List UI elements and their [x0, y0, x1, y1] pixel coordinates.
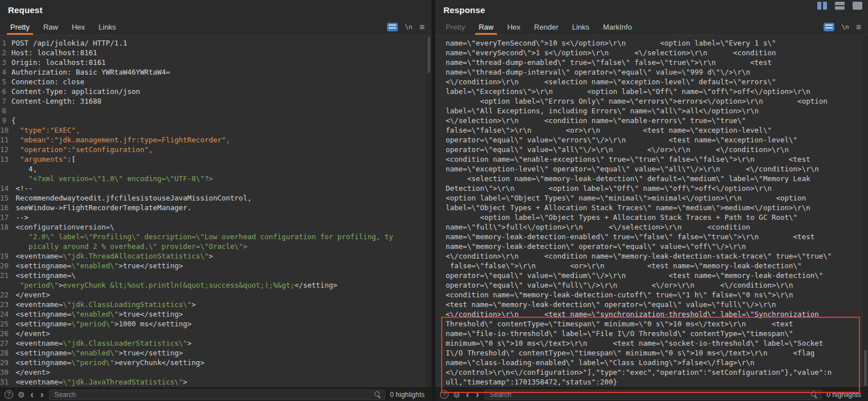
next-match-icon[interactable]: ›	[475, 390, 480, 399]
tab-pretty[interactable]: Pretty	[3, 19, 36, 35]
request-code-line: 19 <eventname=\"jdk.ThreadAllocationStat…	[0, 251, 431, 261]
request-search-input[interactable]	[49, 390, 385, 400]
response-code-line: operator=\"equal\" value=\"medium\"\/>\r…	[446, 271, 860, 280]
request-scrollbar-thumb[interactable]	[427, 36, 430, 73]
editor-menu-icon[interactable]: ≡	[856, 23, 861, 32]
help-icon[interactable]: ?	[5, 390, 13, 399]
search-settings-gear-icon[interactable]: ⚙	[18, 391, 25, 399]
request-code-line: 22 </event>	[0, 290, 431, 300]
response-code-line: label=\"Exceptions\">\r\n <option label=…	[446, 87, 860, 96]
response-code-line: <\/condition>\r\n <condition name=\"memo…	[446, 251, 860, 261]
help-icon[interactable]: ?	[440, 390, 449, 399]
response-code-line: <test name=\"memory-leak-detection\" ope…	[446, 300, 860, 309]
request-header: Request	[0, 0, 431, 19]
request-panel: Request PrettyRawHexLinks \n ≡ 1POST /ap…	[0, 0, 431, 401]
request-code-line: 28 <settingname=\"enabled\">true</settin…	[0, 348, 431, 358]
panel-splitter[interactable]	[431, 0, 435, 401]
previous-match-icon[interactable]: ‹	[30, 390, 35, 399]
request-code-line: 4Authorization: Basic YWRtaW46YWRtaW4=	[0, 67, 431, 77]
tab-pretty[interactable]: Pretty	[439, 19, 472, 35]
layout-single-icon[interactable]	[853, 2, 862, 10]
response-code-line: false=\"false\">\r\n <or>\r\n <test name…	[446, 125, 860, 135]
response-code-line: <option label=\"Object Types + Allocatio…	[446, 212, 860, 222]
request-code-line: 27 <eventname=\"jdk.ClassLoaderStatistic…	[0, 338, 431, 348]
response-code-line: name=\"file-io-threshold\" label=\"File …	[446, 329, 860, 338]
request-code-line: 18 <configurationversion=\	[0, 222, 431, 232]
response-code-line: <\/condition>\r\n <text name=\"synchroni…	[446, 309, 860, 319]
request-search-wrap	[49, 389, 385, 400]
request-code-line: 20 <settingname=\"enabled\">true</settin…	[0, 261, 431, 271]
response-scrollbar-thumb[interactable]	[864, 350, 867, 386]
request-code-line: 17 -->	[0, 212, 431, 222]
request-code-line: "2.0\" label=\"Profiling\" description=\…	[0, 232, 431, 242]
request-scrollbar[interactable]	[426, 35, 431, 387]
request-highlights-count: 0 highlights	[390, 391, 427, 399]
tab-links[interactable]: Links	[565, 19, 596, 35]
response-code-line: Threshold\" contentType=\"timespan\" min…	[446, 319, 860, 329]
word-wrap-icon[interactable]	[387, 23, 398, 31]
response-code-line: ull,"timestamp":1701358472,"status":200}	[446, 377, 860, 387]
request-title: Request	[8, 5, 423, 15]
next-match-icon[interactable]: ›	[39, 390, 44, 399]
repeater-view: Request PrettyRawHexLinks \n ≡ 1POST /ap…	[0, 0, 868, 401]
request-code-line: 26 </event>	[0, 329, 431, 338]
word-wrap-icon[interactable]	[824, 23, 834, 31]
request-code-line: 25 <settingname=\"period\">1000 ms</sett…	[0, 319, 431, 329]
request-code-line: 24 <settingname=\"enabled\">true</settin…	[0, 309, 431, 319]
request-editor[interactable]: 1POST /api/jolokia/ HTTP/1.12Host: local…	[0, 35, 431, 387]
request-code-line: 3Origin: localhost:8161	[0, 58, 431, 67]
response-code-line: name=\"class-loading-enabled\" label=\"C…	[446, 358, 860, 367]
response-header: Response	[435, 0, 868, 19]
tab-render[interactable]: Render	[527, 19, 565, 35]
request-code-line: 4,	[0, 164, 431, 174]
request-code-line: 2Host: localhost:8161	[0, 48, 431, 58]
tab-raw[interactable]: Raw	[472, 19, 500, 35]
response-code-line: label=\"Object Types + Allocation Stack …	[446, 203, 860, 212]
request-tabs: PrettyRawHexLinks	[3, 19, 123, 35]
nonprintable-chars-icon[interactable]: \n	[405, 23, 412, 31]
response-code-line: <selection name=\"memory-leak-detection\…	[446, 174, 860, 183]
request-code-line: 10 "type":"EXEC",	[0, 125, 431, 135]
response-code-line: name=\"thread-dump-interval\" operator=\…	[446, 67, 860, 77]
response-code-line: I\/O Threshold\" contentType=\"timespan\…	[446, 348, 860, 358]
response-editor[interactable]: name=\"everyTenSecond\">10 s<\/option>\r…	[435, 35, 868, 387]
response-code-line: <option label=\"Errors Only\" name=\"err…	[446, 96, 860, 106]
request-code-line: 6Content-Type: application/json	[0, 87, 431, 96]
response-code-line: operator=\"equal\" value=\"errors\"\/>\r…	[446, 135, 860, 145]
request-code-line: 31 <eventname=\"jdk.JavaThreadStatistics…	[0, 377, 431, 387]
request-code-line: 14 <!--	[0, 183, 431, 193]
tab-hex[interactable]: Hex	[500, 19, 527, 35]
response-panel: Response PrettyRawHexRenderLinksMarkInfo…	[435, 0, 868, 401]
request-code-line: 8	[0, 106, 431, 116]
request-code-line: 23 <eventname=\"jdk.ClassLoadingStatisti…	[0, 300, 431, 309]
search-settings-gear-icon[interactable]: ⚙	[453, 391, 461, 399]
response-tabbar: PrettyRawHexRenderLinksMarkInfo \n ≡	[435, 19, 868, 35]
response-search-input[interactable]	[484, 390, 822, 400]
request-code-line: 30 </event>	[0, 367, 431, 377]
request-code-line: 12 "operation":"setConfiguration",	[0, 145, 431, 154]
response-code-line: name=\"exception-level\" operator=\"equa…	[446, 164, 860, 174]
response-tabs: PrettyRawHexRenderLinksMarkInfo	[439, 19, 639, 35]
request-tabbar: PrettyRawHexLinks \n ≡	[0, 19, 431, 35]
tab-hex[interactable]: Hex	[65, 19, 92, 35]
response-code-line: name=\"everySecond\">1 s<\/option>\r\n <…	[446, 48, 860, 58]
tab-links[interactable]: Links	[92, 19, 123, 35]
layout-rows-icon[interactable]	[835, 2, 845, 10]
request-code-line: "period\">everyChunk &lt;%out.println(&q…	[0, 280, 431, 290]
request-code-line: 15 Recommendedwaytoedit.jfcfilesistouseJ…	[0, 193, 431, 203]
response-title: Response	[443, 5, 860, 15]
editor-menu-icon[interactable]: ≡	[419, 23, 425, 32]
request-code-line: 1POST /api/jolokia/ HTTP/1.1	[0, 38, 431, 48]
response-code-line: name=\"everyTenSecond\">10 s<\/option>\r…	[446, 38, 860, 48]
response-code: name=\"everyTenSecond\">10 s<\/option>\r…	[435, 35, 868, 387]
request-code-line: 21 <settingname=\	[0, 271, 431, 280]
layout-columns-icon[interactable]	[817, 2, 827, 10]
response-searchbar: ? ⚙ ‹ › 0 highlights	[435, 387, 868, 401]
tab-markinfo[interactable]: MarkInfo	[596, 19, 639, 35]
response-scrollbar[interactable]	[863, 35, 868, 387]
nonprintable-chars-icon[interactable]: \n	[841, 23, 849, 31]
request-code-line: 9{	[0, 116, 431, 125]
tab-raw[interactable]: Raw	[36, 19, 65, 35]
response-highlights-count: 0 highlights	[826, 391, 863, 399]
previous-match-icon[interactable]: ‹	[465, 390, 470, 399]
